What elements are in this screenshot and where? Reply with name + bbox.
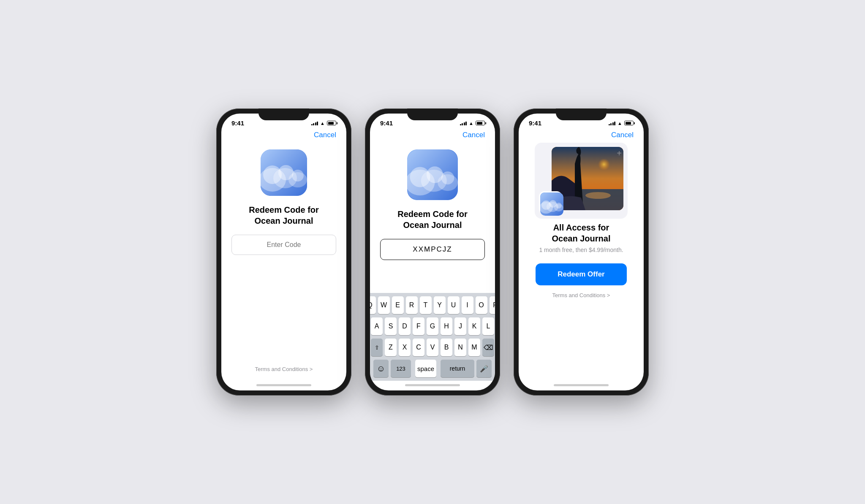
wifi-icon-1: ▲ <box>320 121 325 126</box>
key-p[interactable]: P <box>490 296 495 314</box>
key-r[interactable]: R <box>406 296 418 314</box>
signal-bars-2 <box>460 121 467 125</box>
key-s[interactable]: S <box>385 317 397 335</box>
signal-bar <box>311 124 313 125</box>
app-icon-2 <box>407 149 458 200</box>
key-mic[interactable]: 🎤 <box>476 360 492 377</box>
terms-link-3[interactable]: Terms and Conditions > <box>552 292 610 307</box>
key-q[interactable]: Q <box>370 296 376 314</box>
status-time-3: 9:41 <box>529 119 541 127</box>
key-i[interactable]: I <box>462 296 473 314</box>
signal-bar <box>460 124 461 125</box>
status-icons-2: ▲ <box>460 121 485 126</box>
key-c[interactable]: C <box>413 339 424 356</box>
phone-frame-2: 9:41 ▲ Cancel <box>365 108 500 396</box>
terms-link-1[interactable]: Terms and Conditions > <box>231 366 336 381</box>
key-h[interactable]: H <box>441 317 452 335</box>
redeem-title-1: Redeem Code for Ocean Journal <box>231 204 336 226</box>
key-v[interactable]: V <box>427 339 438 356</box>
signal-bar <box>315 122 316 125</box>
home-indicator-1 <box>256 384 311 386</box>
key-z[interactable]: Z <box>385 339 397 356</box>
phone-frame-1: 9:41 ▲ Cancel <box>216 108 351 396</box>
key-k[interactable]: K <box>468 317 480 335</box>
signal-bars-1 <box>311 121 318 125</box>
key-m[interactable]: M <box>468 339 480 356</box>
offer-title-text: All Access for Ocean Journal <box>552 223 611 243</box>
small-app-icon-overlay <box>539 191 562 214</box>
key-e[interactable]: E <box>392 296 404 314</box>
cancel-button-1[interactable]: Cancel <box>231 129 336 143</box>
app-icon-1 <box>261 149 307 196</box>
keyboard-2: Q W E R T Y U I O P A S D F G H J K L <box>370 293 495 381</box>
key-d[interactable]: D <box>399 317 411 335</box>
key-emoji[interactable]: ☺ <box>373 360 389 377</box>
app-icon-container-1 <box>231 149 336 196</box>
home-indicator-2 <box>405 384 460 386</box>
battery-fill-2 <box>477 122 483 125</box>
wave-svg-1 <box>261 149 307 196</box>
wifi-icon-3: ▲ <box>617 121 622 126</box>
key-l[interactable]: L <box>482 317 494 335</box>
title-text-1: Redeem Code for Ocean Journal <box>249 205 319 225</box>
phone-screen-1: 9:41 ▲ Cancel <box>221 114 346 390</box>
redeem-offer-button[interactable]: Redeem Offer <box>536 263 627 285</box>
key-j[interactable]: J <box>454 317 466 335</box>
svg-point-13 <box>441 171 454 184</box>
status-time-1: 9:41 <box>231 119 244 127</box>
status-icons-3: ▲ <box>609 121 634 126</box>
battery-fill-1 <box>328 122 334 125</box>
status-icons-1: ▲ <box>311 121 336 126</box>
key-return[interactable]: return <box>441 360 474 377</box>
phone-notch-2 <box>407 108 458 120</box>
offer-image-area: + <box>535 143 628 219</box>
code-input-1[interactable] <box>231 235 336 255</box>
key-row-1: Q W E R T Y U I O P <box>372 296 493 314</box>
signal-bar <box>464 122 465 125</box>
screen-content-3: Cancel + <box>519 129 644 381</box>
key-a[interactable]: A <box>371 317 383 335</box>
signal-bar <box>610 123 612 125</box>
key-shift[interactable]: ⇧ <box>371 339 383 356</box>
phone-notch-3 <box>556 108 607 120</box>
key-123[interactable]: 123 <box>391 360 411 377</box>
app-icon-container-2 <box>380 149 485 200</box>
offer-container: + <box>529 143 634 307</box>
status-time-2: 9:41 <box>380 119 393 127</box>
key-g[interactable]: G <box>427 317 438 335</box>
redeem-title-2: Redeem Code for Ocean Journal <box>380 209 485 230</box>
key-o[interactable]: O <box>476 296 487 314</box>
battery-fill-3 <box>626 122 631 125</box>
signal-bars-3 <box>609 121 616 125</box>
screen-content-2: Cancel <box>370 129 495 293</box>
battery-icon-3 <box>624 121 634 125</box>
phone-notch-1 <box>258 108 309 120</box>
key-w[interactable]: W <box>378 296 390 314</box>
key-backspace[interactable]: ⌫ <box>482 339 494 356</box>
key-u[interactable]: U <box>448 296 460 314</box>
cancel-button-2[interactable]: Cancel <box>380 129 485 143</box>
signal-bar <box>609 124 610 125</box>
key-x[interactable]: X <box>399 339 411 356</box>
key-n[interactable]: N <box>454 339 466 356</box>
code-input-2[interactable] <box>380 239 485 260</box>
cancel-button-3[interactable]: Cancel <box>529 129 634 143</box>
key-f[interactable]: F <box>413 317 424 335</box>
battery-icon-2 <box>476 121 485 125</box>
phone-screen-2: 9:41 ▲ Cancel <box>370 114 495 390</box>
key-space[interactable]: space <box>415 360 436 377</box>
signal-bar <box>614 122 615 125</box>
svg-point-24 <box>556 203 562 209</box>
key-y[interactable]: Y <box>434 296 446 314</box>
key-t[interactable]: T <box>420 296 432 314</box>
wifi-icon-2: ▲ <box>469 121 473 126</box>
key-b[interactable]: B <box>441 339 452 356</box>
wave-svg-2 <box>407 149 458 200</box>
signal-bar <box>612 122 614 125</box>
phone-screen-3: 9:41 ▲ Cancel + <box>519 114 644 390</box>
small-wave-svg <box>540 192 563 216</box>
offer-subtitle: 1 month free, then $4.99/month. <box>539 247 623 253</box>
signal-bar <box>313 123 314 125</box>
phone-frame-3: 9:41 ▲ Cancel + <box>514 108 649 396</box>
battery-icon-1 <box>327 121 336 125</box>
